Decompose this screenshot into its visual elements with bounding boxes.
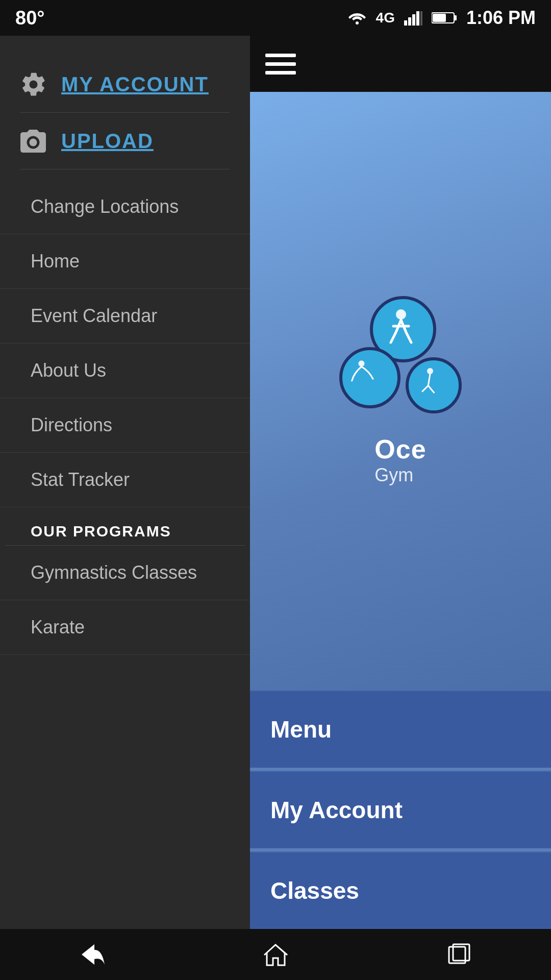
programs-header: OUR PROGRAMS — [0, 507, 250, 545]
hamburger-line-3 — [265, 71, 296, 75]
logo-circles — [339, 296, 462, 419]
logo-area: Oce Gym — [250, 92, 551, 690]
signal-bars-icon — [404, 10, 422, 26]
nav-about-us[interactable]: About Us — [0, 344, 250, 398]
logo-circle-bottom-right — [406, 357, 462, 413]
logo-text: Oce Gym — [374, 434, 426, 486]
sidebar: MY ACCOUNT UPLOAD Change Locations Home … — [0, 36, 250, 929]
nav-karate[interactable]: Karate — [0, 600, 250, 655]
status-time: 1:06 PM — [466, 7, 536, 29]
nav-gymnastics-classes[interactable]: Gymnastics Classes — [0, 546, 250, 600]
nav-change-locations[interactable]: Change Locations — [0, 180, 250, 234]
hamburger-menu[interactable] — [265, 54, 296, 75]
back-button[interactable] — [66, 929, 117, 980]
signal-type-icon: 4G — [376, 10, 395, 26]
svg-rect-4 — [416, 11, 419, 26]
upload-row[interactable]: UPLOAD — [15, 113, 235, 169]
svg-point-0 — [356, 21, 359, 24]
nav-home[interactable]: Home — [0, 234, 250, 289]
svg-rect-8 — [433, 14, 446, 22]
status-bar: 80° 4G 1:06 PM — [0, 0, 551, 36]
camera-icon — [15, 123, 51, 159]
right-buttons: Menu My Account Classes — [250, 690, 551, 929]
my-account-row[interactable]: MY ACCOUNT — [15, 56, 235, 112]
temperature: 80° — [15, 7, 44, 29]
menu-button[interactable]: Menu — [250, 690, 551, 768]
logo-subtitle: Gym — [374, 464, 426, 486]
svg-line-13 — [428, 374, 430, 386]
svg-point-11 — [359, 360, 365, 366]
nav-event-calendar[interactable]: Event Calendar — [0, 289, 250, 344]
right-header — [250, 36, 551, 92]
svg-point-12 — [427, 368, 433, 374]
status-icons: 4G 1:06 PM — [347, 7, 536, 29]
classes-button[interactable]: Classes — [250, 851, 551, 929]
svg-rect-7 — [454, 15, 457, 20]
logo-name: Oce — [374, 434, 426, 464]
recent-apps-button[interactable] — [434, 929, 485, 980]
right-panel: Oce Gym Menu My Account Classes — [250, 36, 551, 929]
my-account-label: MY ACCOUNT — [61, 73, 209, 96]
battery-icon — [432, 11, 457, 24]
logo-circle-bottom-left — [339, 347, 400, 408]
wifi-icon — [347, 10, 367, 26]
main-layout: MY ACCOUNT UPLOAD Change Locations Home … — [0, 36, 551, 929]
svg-rect-5 — [420, 11, 422, 26]
nav-items: Change Locations Home Event Calendar Abo… — [0, 180, 250, 507]
svg-line-14 — [422, 386, 428, 391]
svg-point-9 — [30, 138, 37, 146]
divider-2 — [20, 169, 230, 169]
my-account-button[interactable]: My Account — [250, 771, 551, 848]
nav-directions[interactable]: Directions — [0, 398, 250, 453]
bottom-nav — [0, 929, 551, 980]
hamburger-line-1 — [265, 54, 296, 57]
hamburger-line-2 — [265, 62, 296, 66]
upload-label: UPLOAD — [61, 130, 154, 153]
svg-rect-1 — [404, 20, 407, 26]
program-items: Gymnastics Classes Karate — [0, 546, 250, 655]
nav-stat-tracker[interactable]: Stat Tracker — [0, 453, 250, 507]
svg-rect-2 — [408, 17, 411, 26]
gear-icon — [15, 66, 51, 102]
svg-line-15 — [428, 386, 434, 393]
sidebar-header: MY ACCOUNT UPLOAD — [0, 36, 250, 180]
home-button[interactable] — [250, 929, 301, 980]
svg-point-10 — [396, 309, 406, 320]
svg-rect-3 — [412, 14, 415, 26]
